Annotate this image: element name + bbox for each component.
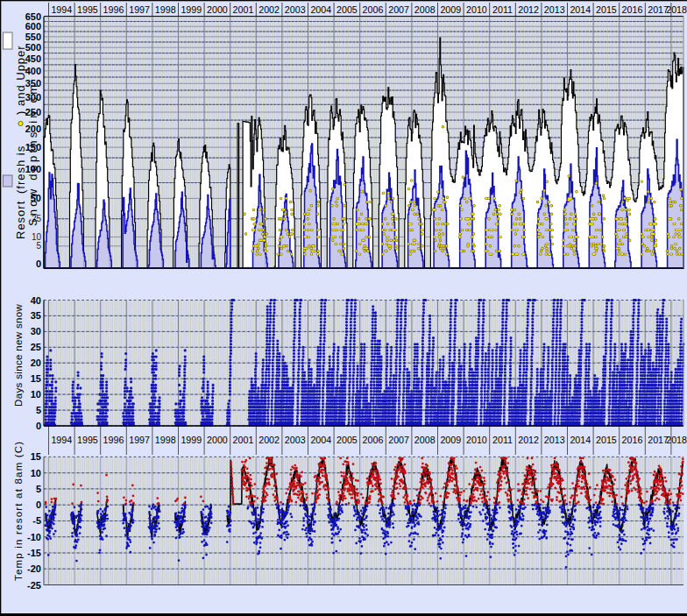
svg-text:35: 35 bbox=[31, 310, 41, 321]
svg-text:1995: 1995 bbox=[77, 435, 98, 445]
svg-text:2012: 2012 bbox=[518, 435, 539, 445]
svg-text:25: 25 bbox=[31, 342, 41, 352]
svg-text:1994: 1994 bbox=[51, 4, 72, 15]
svg-text:Resort: Resort bbox=[14, 201, 27, 239]
svg-text:2014: 2014 bbox=[570, 435, 591, 445]
svg-text:2008: 2008 bbox=[414, 4, 436, 15]
svg-text:2008: 2008 bbox=[414, 435, 436, 445]
svg-text:30: 30 bbox=[31, 326, 41, 336]
svg-text:2001: 2001 bbox=[233, 435, 254, 445]
svg-text:2012: 2012 bbox=[518, 4, 539, 15]
svg-text:(fresh is: (fresh is bbox=[14, 145, 27, 194]
svg-text:-20: -20 bbox=[27, 563, 41, 574]
svg-text:2002: 2002 bbox=[259, 435, 280, 445]
svg-text:40: 40 bbox=[31, 295, 41, 306]
svg-text:1997: 1997 bbox=[129, 435, 150, 445]
svg-text:1999: 1999 bbox=[181, 435, 202, 445]
svg-text:600: 600 bbox=[25, 21, 41, 32]
svg-text:1997: 1997 bbox=[129, 4, 150, 15]
svg-text:) and Upper: ) and Upper bbox=[14, 45, 27, 115]
svg-text:2016: 2016 bbox=[622, 435, 643, 445]
svg-text:2000: 2000 bbox=[207, 435, 228, 445]
svg-text:650: 650 bbox=[25, 11, 41, 22]
svg-text:550: 550 bbox=[25, 32, 41, 42]
svg-text:0: 0 bbox=[36, 499, 41, 510]
svg-text:2004: 2004 bbox=[310, 4, 331, 15]
svg-text:1995: 1995 bbox=[77, 4, 98, 15]
svg-text:-5: -5 bbox=[32, 515, 41, 526]
svg-text:2006: 2006 bbox=[363, 4, 384, 15]
svg-text:20: 20 bbox=[31, 358, 41, 368]
svg-text:1996: 1996 bbox=[103, 4, 124, 15]
svg-text:2018: 2018 bbox=[666, 435, 687, 445]
svg-text:2009: 2009 bbox=[440, 435, 461, 445]
svg-text:1998: 1998 bbox=[155, 4, 176, 15]
svg-text:-10: -10 bbox=[27, 532, 41, 542]
svg-text:2009: 2009 bbox=[440, 4, 461, 15]
svg-text:5: 5 bbox=[36, 405, 41, 415]
svg-text:10: 10 bbox=[31, 389, 41, 400]
svg-text:2006: 2006 bbox=[363, 435, 384, 445]
svg-text:Temp in resort at 8am (C): Temp in resort at 8am (C) bbox=[13, 441, 24, 581]
svg-text:2003: 2003 bbox=[285, 4, 306, 15]
svg-text:2010: 2010 bbox=[466, 4, 487, 15]
svg-text:0: 0 bbox=[36, 258, 41, 269]
svg-text:2001: 2001 bbox=[233, 4, 254, 15]
svg-text:2015: 2015 bbox=[596, 435, 617, 445]
svg-text:2007: 2007 bbox=[388, 435, 409, 445]
svg-text:5: 5 bbox=[36, 484, 41, 494]
svg-text:400: 400 bbox=[25, 66, 41, 76]
svg-text:5: 5 bbox=[36, 241, 41, 251]
svg-text:2010: 2010 bbox=[466, 435, 487, 445]
svg-text:2003: 2003 bbox=[285, 435, 306, 445]
svg-text:2014: 2014 bbox=[570, 4, 591, 15]
svg-text:1994: 1994 bbox=[51, 435, 72, 445]
svg-text:2011: 2011 bbox=[492, 4, 513, 15]
svg-text:-15: -15 bbox=[27, 548, 41, 558]
svg-text:0: 0 bbox=[36, 421, 41, 431]
svg-text:10: 10 bbox=[31, 468, 41, 478]
svg-text:2013: 2013 bbox=[544, 4, 565, 15]
svg-text:2002: 2002 bbox=[259, 4, 280, 15]
svg-text:500: 500 bbox=[25, 42, 41, 53]
svg-text:2005: 2005 bbox=[336, 4, 358, 15]
svg-text:1996: 1996 bbox=[103, 435, 124, 445]
svg-text:1999: 1999 bbox=[181, 4, 202, 15]
svg-text:450: 450 bbox=[25, 53, 41, 64]
svg-text:Snow depths in cm: Snow depths in cm bbox=[26, 82, 39, 226]
svg-text:2013: 2013 bbox=[544, 435, 565, 445]
svg-text:2016: 2016 bbox=[622, 4, 643, 15]
svg-text:15: 15 bbox=[31, 373, 41, 384]
svg-text:15: 15 bbox=[31, 451, 41, 462]
svg-text:2018: 2018 bbox=[666, 4, 687, 15]
svg-text:2000: 2000 bbox=[207, 4, 228, 15]
svg-text:-25: -25 bbox=[27, 580, 41, 591]
svg-text:2007: 2007 bbox=[388, 4, 409, 15]
svg-text:2005: 2005 bbox=[336, 435, 358, 445]
svg-text:2011: 2011 bbox=[492, 435, 513, 445]
svg-text:2015: 2015 bbox=[596, 4, 617, 15]
svg-text:1998: 1998 bbox=[155, 435, 176, 445]
svg-text:2004: 2004 bbox=[310, 435, 331, 445]
svg-text:Days since new snow: Days since new snow bbox=[13, 303, 24, 407]
svg-text:10: 10 bbox=[32, 232, 42, 242]
